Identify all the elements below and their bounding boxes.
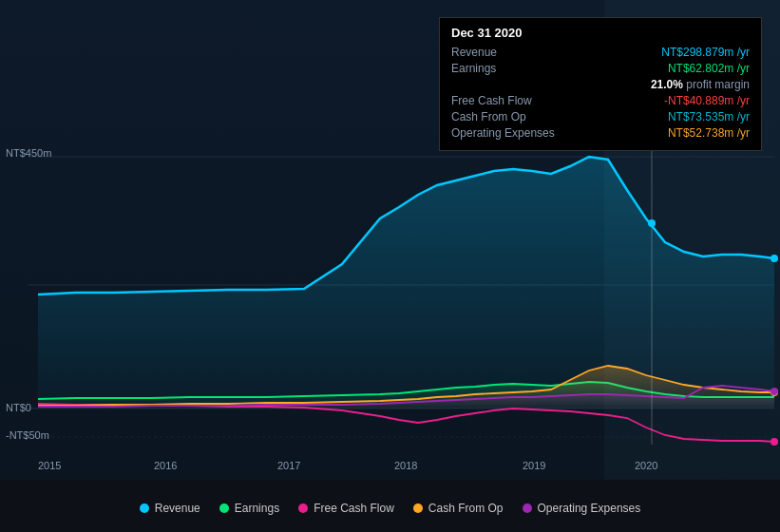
revenue-area-fill: [38, 157, 774, 408]
legend-label-revenue: Revenue: [155, 502, 200, 515]
legend-item-revenue[interactable]: Revenue: [140, 502, 200, 515]
x-label-2015: 2015: [38, 460, 61, 471]
tooltip-label-revenue: Revenue: [451, 46, 497, 59]
chart-legend: Revenue Earnings Free Cash Flow Cash Fro…: [0, 502, 780, 515]
tooltip-row-fcf: Free Cash Flow -NT$40.889m /yr: [451, 94, 750, 107]
y-label-neg50m: -NT$50m: [6, 429, 49, 441]
legend-dot-earnings: [219, 504, 229, 513]
tooltip-value-cashfromop: NT$73.535m /yr: [668, 110, 750, 124]
x-label-2020: 2020: [635, 460, 657, 471]
legend-item-cashfromop[interactable]: Cash From Op: [413, 502, 504, 515]
legend-label-earnings: Earnings: [235, 502, 279, 515]
x-label-2017: 2017: [277, 460, 300, 471]
legend-label-fcf: Free Cash Flow: [314, 502, 394, 515]
legend-item-earnings[interactable]: Earnings: [219, 502, 279, 515]
tooltip-row-revenue: Revenue NT$298.879m /yr: [451, 46, 750, 59]
tooltip-label-fcf: Free Cash Flow: [451, 94, 532, 107]
tooltip-value-revenue: NT$298.879m /yr: [661, 46, 750, 59]
tooltip-label-earnings: Earnings: [451, 62, 496, 75]
x-label-2019: 2019: [523, 460, 545, 471]
legend-dot-fcf: [298, 504, 308, 513]
tooltip-box: Dec 31 2020 Revenue NT$298.879m /yr Earn…: [439, 17, 762, 151]
tooltip-value-opexp: NT$52.738m /yr: [668, 126, 750, 140]
revenue-dot: [648, 219, 656, 227]
legend-dot-cashfromop: [413, 504, 423, 513]
tooltip-profit-margin-label: profit margin: [686, 78, 750, 91]
tooltip-label-opexp: Operating Expenses: [451, 126, 555, 140]
legend-dot-revenue: [140, 504, 149, 513]
fcf-end-dot: [770, 438, 778, 446]
tooltip-value-fcf: -NT$40.889m /yr: [664, 94, 750, 107]
legend-item-opexp[interactable]: Operating Expenses: [523, 502, 641, 515]
legend-label-opexp: Operating Expenses: [538, 502, 641, 515]
legend-dot-opexp: [523, 504, 532, 513]
tooltip-row-cashfromop: Cash From Op NT$73.535m /yr: [451, 110, 750, 124]
y-label-0: NT$0: [6, 402, 31, 413]
x-label-2018: 2018: [394, 460, 417, 471]
tooltip-profit-margin: 21.0%: [651, 78, 686, 91]
legend-label-cashfromop: Cash From Op: [428, 502, 504, 515]
tooltip-title: Dec 31 2020: [451, 26, 750, 40]
tooltip-label-cashfromop: Cash From Op: [451, 110, 526, 124]
revenue-end-dot: [770, 255, 778, 262]
tooltip-row-opexp: Operating Expenses NT$52.738m /yr: [451, 126, 750, 140]
free-cash-flow-line: [38, 404, 774, 442]
tooltip-value-earnings: NT$62.802m /yr: [668, 62, 750, 75]
legend-item-fcf[interactable]: Free Cash Flow: [298, 502, 394, 515]
y-label-450m: NT$450m: [6, 147, 51, 159]
tooltip-subrow-margin: 21.0% profit margin: [451, 78, 750, 91]
tooltip-row-earnings: Earnings NT$62.802m /yr: [451, 62, 750, 75]
x-label-2016: 2016: [154, 460, 177, 471]
opexp-dot: [770, 388, 778, 395]
